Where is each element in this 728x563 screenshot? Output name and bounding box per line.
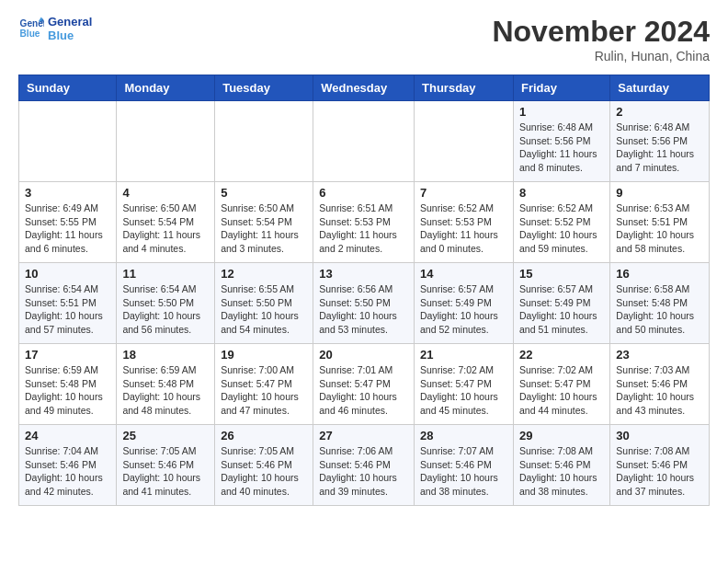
calendar-cell: 21Sunrise: 7:02 AM Sunset: 5:47 PM Dayli… xyxy=(415,344,514,425)
calendar-cell: 6Sunrise: 6:51 AM Sunset: 5:53 PM Daylig… xyxy=(313,182,415,263)
day-info: Sunrise: 6:54 AM Sunset: 5:51 PM Dayligh… xyxy=(25,282,110,337)
day-number: 8 xyxy=(519,186,604,200)
day-number: 14 xyxy=(420,267,507,281)
day-number: 7 xyxy=(420,186,507,200)
weekday-header: Monday xyxy=(117,75,215,101)
calendar-cell xyxy=(19,101,117,182)
day-info: Sunrise: 7:02 AM Sunset: 5:47 PM Dayligh… xyxy=(420,363,507,418)
day-number: 11 xyxy=(122,267,209,281)
weekday-header: Tuesday xyxy=(215,75,313,101)
calendar-week-row: 10Sunrise: 6:54 AM Sunset: 5:51 PM Dayli… xyxy=(19,263,710,344)
day-info: Sunrise: 6:52 AM Sunset: 5:52 PM Dayligh… xyxy=(519,201,604,256)
calendar-cell: 2Sunrise: 6:48 AM Sunset: 5:56 PM Daylig… xyxy=(610,101,710,182)
day-info: Sunrise: 6:51 AM Sunset: 5:53 PM Dayligh… xyxy=(319,201,408,256)
logo: General Blue General Blue xyxy=(18,15,92,42)
calendar-cell: 28Sunrise: 7:07 AM Sunset: 5:46 PM Dayli… xyxy=(415,425,514,506)
day-info: Sunrise: 7:05 AM Sunset: 5:46 PM Dayligh… xyxy=(122,444,209,499)
calendar-cell: 5Sunrise: 6:50 AM Sunset: 5:54 PM Daylig… xyxy=(215,182,313,263)
calendar-cell: 7Sunrise: 6:52 AM Sunset: 5:53 PM Daylig… xyxy=(415,182,514,263)
day-number: 2 xyxy=(616,105,703,119)
day-number: 15 xyxy=(519,267,604,281)
day-number: 9 xyxy=(616,186,703,200)
day-number: 5 xyxy=(221,186,307,200)
calendar-cell xyxy=(215,101,313,182)
calendar-cell: 12Sunrise: 6:55 AM Sunset: 5:50 PM Dayli… xyxy=(215,263,313,344)
page: General Blue General Blue November 2024 … xyxy=(0,0,728,524)
calendar-cell: 25Sunrise: 7:05 AM Sunset: 5:46 PM Dayli… xyxy=(117,425,215,506)
day-number: 29 xyxy=(519,429,604,442)
day-info: Sunrise: 7:03 AM Sunset: 5:46 PM Dayligh… xyxy=(616,363,703,418)
calendar-cell xyxy=(415,101,514,182)
day-number: 4 xyxy=(122,186,209,200)
day-info: Sunrise: 6:48 AM Sunset: 5:56 PM Dayligh… xyxy=(616,121,703,175)
calendar-cell: 24Sunrise: 7:04 AM Sunset: 5:46 PM Dayli… xyxy=(19,425,117,506)
day-info: Sunrise: 7:07 AM Sunset: 5:46 PM Dayligh… xyxy=(420,444,507,499)
calendar-cell: 30Sunrise: 7:08 AM Sunset: 5:46 PM Dayli… xyxy=(610,425,710,506)
calendar-cell: 23Sunrise: 7:03 AM Sunset: 5:46 PM Dayli… xyxy=(610,344,710,425)
calendar-cell: 26Sunrise: 7:05 AM Sunset: 5:46 PM Dayli… xyxy=(215,425,313,506)
calendar-cell: 14Sunrise: 6:57 AM Sunset: 5:49 PM Dayli… xyxy=(415,263,514,344)
calendar-cell: 10Sunrise: 6:54 AM Sunset: 5:51 PM Dayli… xyxy=(19,263,117,344)
calendar-cell: 17Sunrise: 6:59 AM Sunset: 5:48 PM Dayli… xyxy=(19,344,117,425)
day-info: Sunrise: 6:54 AM Sunset: 5:50 PM Dayligh… xyxy=(122,282,209,337)
weekday-header: Sunday xyxy=(19,75,117,101)
calendar-cell xyxy=(117,101,215,182)
weekday-header: Saturday xyxy=(610,75,710,101)
day-info: Sunrise: 7:08 AM Sunset: 5:46 PM Dayligh… xyxy=(616,444,703,499)
day-info: Sunrise: 6:55 AM Sunset: 5:50 PM Dayligh… xyxy=(221,282,307,337)
weekday-header: Friday xyxy=(513,75,609,101)
calendar-cell: 19Sunrise: 7:00 AM Sunset: 5:47 PM Dayli… xyxy=(215,344,313,425)
calendar-cell: 18Sunrise: 6:59 AM Sunset: 5:48 PM Dayli… xyxy=(117,344,215,425)
day-number: 20 xyxy=(319,348,408,362)
weekday-header: Wednesday xyxy=(313,75,415,101)
day-info: Sunrise: 6:57 AM Sunset: 5:49 PM Dayligh… xyxy=(519,282,604,337)
day-info: Sunrise: 6:48 AM Sunset: 5:56 PM Dayligh… xyxy=(519,121,604,175)
calendar-cell: 15Sunrise: 6:57 AM Sunset: 5:49 PM Dayli… xyxy=(513,263,609,344)
day-info: Sunrise: 7:04 AM Sunset: 5:46 PM Dayligh… xyxy=(25,444,110,499)
day-info: Sunrise: 6:53 AM Sunset: 5:51 PM Dayligh… xyxy=(616,201,703,256)
logo-general: General xyxy=(48,15,92,29)
calendar-cell: 1Sunrise: 6:48 AM Sunset: 5:56 PM Daylig… xyxy=(513,101,609,182)
day-number: 18 xyxy=(122,348,209,362)
calendar-cell: 13Sunrise: 6:56 AM Sunset: 5:50 PM Dayli… xyxy=(313,263,415,344)
calendar-week-row: 17Sunrise: 6:59 AM Sunset: 5:48 PM Dayli… xyxy=(19,344,710,425)
calendar-cell: 11Sunrise: 6:54 AM Sunset: 5:50 PM Dayli… xyxy=(117,263,215,344)
day-info: Sunrise: 6:57 AM Sunset: 5:49 PM Dayligh… xyxy=(420,282,507,337)
location: Rulin, Hunan, China xyxy=(492,49,710,63)
calendar: SundayMondayTuesdayWednesdayThursdayFrid… xyxy=(18,75,710,506)
calendar-cell: 29Sunrise: 7:08 AM Sunset: 5:46 PM Dayli… xyxy=(513,425,609,506)
day-number: 22 xyxy=(519,348,604,362)
day-number: 10 xyxy=(25,267,110,281)
day-number: 26 xyxy=(221,429,307,442)
day-info: Sunrise: 7:02 AM Sunset: 5:47 PM Dayligh… xyxy=(519,363,604,418)
logo-blue: Blue xyxy=(48,29,92,42)
day-info: Sunrise: 7:01 AM Sunset: 5:47 PM Dayligh… xyxy=(319,363,408,418)
day-number: 13 xyxy=(319,267,408,281)
day-info: Sunrise: 7:06 AM Sunset: 5:46 PM Dayligh… xyxy=(319,444,408,499)
logo-icon: General Blue xyxy=(18,16,44,41)
day-number: 23 xyxy=(616,348,703,362)
day-info: Sunrise: 6:49 AM Sunset: 5:55 PM Dayligh… xyxy=(25,201,110,256)
day-info: Sunrise: 7:05 AM Sunset: 5:46 PM Dayligh… xyxy=(221,444,307,499)
header: General Blue General Blue November 2024 … xyxy=(18,15,710,63)
calendar-cell: 27Sunrise: 7:06 AM Sunset: 5:46 PM Dayli… xyxy=(313,425,415,506)
calendar-week-row: 3Sunrise: 6:49 AM Sunset: 5:55 PM Daylig… xyxy=(19,182,710,263)
day-info: Sunrise: 6:56 AM Sunset: 5:50 PM Dayligh… xyxy=(319,282,408,337)
day-number: 21 xyxy=(420,348,507,362)
calendar-cell: 22Sunrise: 7:02 AM Sunset: 5:47 PM Dayli… xyxy=(513,344,609,425)
day-number: 16 xyxy=(616,267,703,281)
day-info: Sunrise: 6:58 AM Sunset: 5:48 PM Dayligh… xyxy=(616,282,703,337)
weekday-header: Thursday xyxy=(415,75,514,101)
day-number: 30 xyxy=(616,429,703,442)
calendar-week-row: 1Sunrise: 6:48 AM Sunset: 5:56 PM Daylig… xyxy=(19,101,710,182)
day-info: Sunrise: 6:52 AM Sunset: 5:53 PM Dayligh… xyxy=(420,201,507,256)
day-info: Sunrise: 6:50 AM Sunset: 5:54 PM Dayligh… xyxy=(221,201,307,256)
day-number: 12 xyxy=(221,267,307,281)
day-number: 25 xyxy=(122,429,209,442)
calendar-cell: 4Sunrise: 6:50 AM Sunset: 5:54 PM Daylig… xyxy=(117,182,215,263)
day-info: Sunrise: 7:08 AM Sunset: 5:46 PM Dayligh… xyxy=(519,444,604,499)
calendar-cell: 20Sunrise: 7:01 AM Sunset: 5:47 PM Dayli… xyxy=(313,344,415,425)
day-info: Sunrise: 6:50 AM Sunset: 5:54 PM Dayligh… xyxy=(122,201,209,256)
calendar-header-row: SundayMondayTuesdayWednesdayThursdayFrid… xyxy=(19,75,710,101)
day-number: 28 xyxy=(420,429,507,442)
